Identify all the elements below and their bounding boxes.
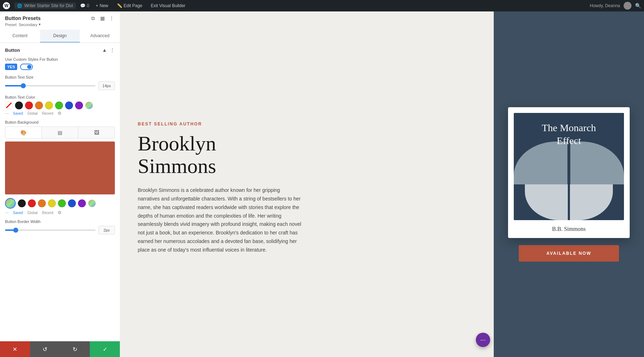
panel-title-row: Button Presets ⧉ ▦ ⋮ (5, 15, 115, 21)
comment-number: 0 (87, 3, 89, 8)
bg-settings-icon[interactable]: ⚙ (58, 210, 62, 215)
border-width-value[interactable]: 2px (98, 226, 115, 234)
border-width-label: Button Border Width (5, 219, 115, 224)
global-label[interactable]: Global (27, 111, 38, 115)
section-title: Button (5, 48, 20, 53)
bg-color-blue[interactable] (68, 199, 76, 207)
content-dark-section: The Monarch Effect (494, 11, 644, 357)
content-white-section: BEST SELLING AUTHOR Brooklyn Simmons Bro… (120, 11, 494, 357)
main-layout: Button Presets ⧉ ▦ ⋮ Preset: Secondary ▾… (0, 11, 644, 357)
cancel-button[interactable]: ✕ (0, 341, 30, 357)
panel-title-icons: ⧉ ▦ ⋮ (90, 15, 115, 21)
content-area: ↩ BEST SELLING AUTHOR Brooklyn Simmons B… (120, 11, 644, 357)
top-bar: W 🌐 Writer Starter Site for Divi 💬 0 + N… (0, 0, 644, 11)
bg-global-label[interactable]: Global (27, 211, 38, 215)
tab-content[interactable]: Content (0, 30, 40, 43)
copy-icon[interactable]: ⧉ (90, 15, 96, 21)
color-settings-icon[interactable]: ⚙ (58, 111, 62, 116)
bg-color-custom[interactable] (88, 199, 96, 207)
bg-color-red[interactable] (28, 199, 36, 207)
toggle-pill[interactable] (20, 64, 33, 70)
new-button[interactable]: + New (94, 3, 111, 9)
text-size-slider-row: 14px (5, 81, 115, 90)
tabs-row: Content Design Advanced (0, 30, 120, 43)
redo-button[interactable]: ↻ (60, 341, 90, 357)
border-section: Button Border Width 2px (5, 219, 115, 234)
fab-dots[interactable]: ··· (476, 333, 490, 347)
available-now-button[interactable]: AVAILABLE NOW (519, 245, 619, 262)
border-width-slider[interactable] (5, 229, 96, 231)
bg-gradient-btn[interactable]: ▤ (42, 127, 78, 138)
author-name: Brooklyn Simmons (138, 132, 476, 178)
color-green[interactable] (55, 101, 63, 109)
color-purple[interactable] (75, 101, 83, 109)
toggle-yes-label[interactable]: YES (5, 64, 17, 70)
color-labels-row: ··· Saved Global Recent ⚙ (5, 111, 115, 116)
slider-thumb[interactable] (21, 83, 26, 88)
panel-title: Button Presets (5, 15, 41, 21)
bg-color-orange[interactable] (38, 199, 46, 207)
more-colors-icon[interactable]: ··· (5, 111, 9, 116)
author-label: BEST SELLING AUTHOR (138, 122, 476, 127)
color-transparent[interactable] (5, 101, 13, 109)
text-color-label: Button Text Color (5, 95, 115, 99)
undo-button[interactable]: ↺ (30, 341, 60, 357)
bg-color-yellow[interactable] (48, 199, 56, 207)
bg-color-active-swatch[interactable] (5, 198, 16, 209)
tab-design[interactable]: Design (40, 30, 80, 43)
section-controls: ▲ ⋮ (102, 47, 115, 53)
author-bio: Brooklyn Simmons is a celebrated author … (138, 186, 302, 254)
color-custom[interactable] (85, 101, 93, 109)
text-size-value[interactable]: 14px (98, 81, 115, 90)
bg-recent-label[interactable]: Recent (42, 211, 53, 215)
exit-builder-button[interactable]: Exit Visual Builder (149, 3, 188, 9)
bg-saved-label[interactable]: Saved (13, 211, 23, 215)
save-icon: ✓ (103, 346, 107, 353)
search-icon[interactable]: 🔍 (635, 3, 641, 9)
color-yellow[interactable] (45, 101, 53, 109)
text-color-swatches (5, 101, 115, 109)
bg-label: Button Background (5, 120, 115, 124)
border-slider-thumb[interactable] (13, 228, 18, 233)
collapse-icon[interactable]: ▲ (102, 47, 107, 53)
bg-color-green[interactable] (58, 199, 66, 207)
bg-image-btn[interactable]: 🖼 (78, 127, 114, 138)
redo-icon: ↻ (73, 346, 77, 353)
monarch-shape (514, 142, 624, 220)
user-avatar[interactable] (624, 2, 631, 10)
color-orange[interactable] (35, 101, 43, 109)
howdy-text: Howdy, Deanna (590, 3, 620, 8)
site-name-badge[interactable]: 🌐 Writer Starter Site for Divi (14, 3, 76, 9)
save-button[interactable]: ✓ (90, 341, 120, 357)
text-size-slider[interactable] (5, 85, 96, 86)
layout-icon[interactable]: ▦ (99, 15, 106, 21)
color-black[interactable] (15, 101, 23, 109)
panel-content: Button ▲ ⋮ Use Custom Styles For Button … (0, 43, 120, 341)
custom-styles-toggle: YES (5, 64, 115, 70)
bg-more-colors-icon[interactable]: ··· (5, 210, 9, 215)
recent-label[interactable]: Recent (42, 111, 53, 115)
saved-label[interactable]: Saved (13, 111, 23, 115)
comment-count[interactable]: 💬 0 (80, 3, 89, 8)
left-panel: Button Presets ⧉ ▦ ⋮ Preset: Secondary ▾… (0, 11, 120, 357)
text-size-label: Button Text Size (5, 75, 115, 79)
color-blue[interactable] (65, 101, 73, 109)
undo-icon: ↺ (43, 346, 47, 353)
bg-color-black[interactable] (18, 199, 26, 207)
bg-color-btn[interactable]: 🎨 (5, 127, 42, 138)
tab-advanced[interactable]: Advanced (80, 30, 120, 43)
bg-type-row: 🎨 ▤ 🖼 (5, 127, 115, 139)
edit-page-button[interactable]: ✏️ Edit Page (115, 3, 145, 9)
bg-color-purple[interactable] (78, 199, 86, 207)
wordpress-icon[interactable]: W (3, 2, 10, 9)
bottom-toolbar: ✕ ↺ ↻ ✓ (0, 341, 120, 357)
panel-header: Button Presets ⧉ ▦ ⋮ Preset: Secondary ▾ (0, 11, 120, 30)
bg-color-labels-row: ··· Saved Global Recent ⚙ (5, 210, 115, 215)
bg-color-preview[interactable] (5, 142, 115, 194)
panel-preset[interactable]: Preset: Secondary ▾ (5, 22, 115, 30)
book-card: The Monarch Effect (508, 107, 630, 238)
more-icon[interactable]: ⋮ (108, 15, 115, 21)
color-red[interactable] (25, 101, 33, 109)
section-more-icon[interactable]: ⋮ (110, 47, 115, 53)
book-author-name: B.B. Simmons (514, 226, 624, 232)
